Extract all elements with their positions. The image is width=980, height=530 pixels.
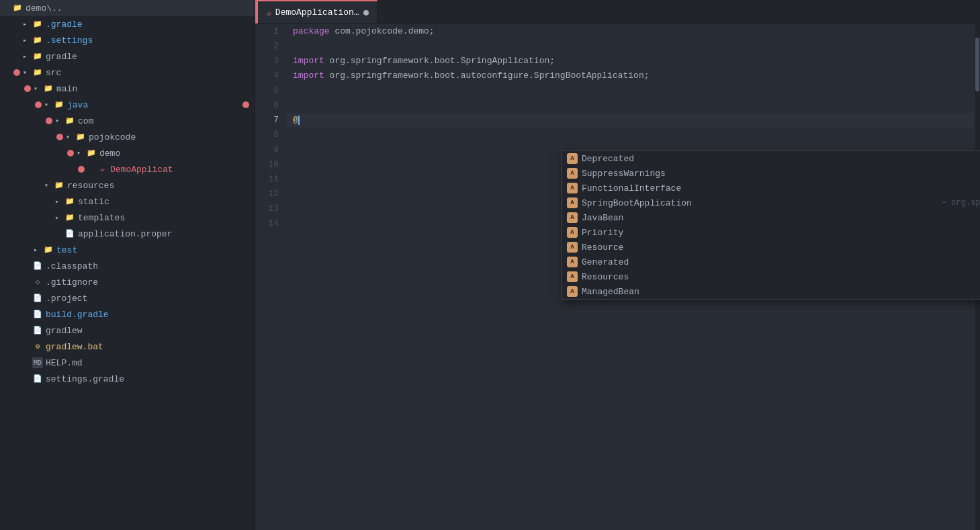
ac-icon-springbootapplication: A xyxy=(567,197,578,208)
tab-demo-application[interactable]: ☕ DemoApplication… xyxy=(258,0,377,24)
code-line-7: @ xyxy=(287,113,975,128)
sidebar-item-static[interactable]: 📁 static xyxy=(0,193,255,210)
sidebar-item-project[interactable]: 📄 .project xyxy=(0,290,255,306)
sidebar-item-com[interactable]: 📁 com xyxy=(0,113,255,129)
tab-modified-indicator xyxy=(363,10,369,15)
ac-item-deprecated[interactable]: A Deprecated – java.lang [LSP] xyxy=(562,151,980,166)
ac-item-functionalinterface[interactable]: A FunctionalInterface – java.lang [LSP] xyxy=(562,181,980,195)
root-folder: 📁 demo\.. xyxy=(0,0,255,16)
sidebar-item-main[interactable]: 📁 main xyxy=(0,81,255,97)
sidebar-item-java[interactable]: 📁 java xyxy=(0,97,255,113)
sidebar-item-pojokcode[interactable]: 📁 pojokcode xyxy=(0,129,255,145)
sidebar-item-demo[interactable]: 📁 demo xyxy=(0,145,255,161)
sidebar-item-classpath[interactable]: 📄 .classpath xyxy=(0,258,255,274)
code-line-6 xyxy=(287,98,975,113)
sidebar-item-settings[interactable]: 📁 .settings xyxy=(0,32,255,48)
sidebar-item-templates[interactable]: 📁 templates xyxy=(0,210,255,226)
sidebar-item-gradlew-bat[interactable]: ⚙ gradlew.bat xyxy=(0,339,255,355)
tab-label: DemoApplication… xyxy=(275,7,359,17)
sidebar-item-src[interactable]: 📁 src xyxy=(0,64,255,81)
sidebar-item-test[interactable]: 📁 test xyxy=(0,242,255,258)
ac-icon-generated: A xyxy=(567,257,578,267)
ac-item-suppresswarnings[interactable]: A SuppressWarnings – java.lang [LSP] xyxy=(562,166,980,181)
tab-java-icon: ☕ xyxy=(266,7,271,18)
editor-pane: ☕ DemoApplication… 1 2 3 4 5 6 7 8 9 10 … xyxy=(255,0,980,530)
ac-icon-suppresswarnings: A xyxy=(567,168,578,179)
code-line-5 xyxy=(287,83,975,98)
tab-bar: ☕ DemoApplication… xyxy=(255,0,980,24)
cursor xyxy=(298,116,300,125)
code-line-3: import org.springframework.boot.SpringAp… xyxy=(287,54,975,69)
code-line-1: package com.pojokcode.demo; xyxy=(287,24,975,39)
code-line-8 xyxy=(287,128,975,142)
sidebar-item-settings-gradle[interactable]: 📄 settings.gradle xyxy=(0,371,255,387)
sidebar-item-help-md[interactable]: MD HELP.md xyxy=(0,355,255,371)
line-numbers: 1 2 3 4 5 6 7 8 9 10 11 12 13 14 xyxy=(255,24,287,530)
ac-item-resources[interactable]: A Resources – javax.annotation~ [LSP] xyxy=(562,269,980,284)
sidebar-item-resources[interactable]: 📁 resources xyxy=(0,177,255,193)
ac-icon-javabean: A xyxy=(567,212,578,223)
sidebar-item-gitignore[interactable]: ◇ .gitignore xyxy=(0,274,255,290)
ac-icon-functionalinterface: A xyxy=(567,183,578,193)
sidebar-item-gradle[interactable]: 📁 gradle xyxy=(0,48,255,64)
sidebar-item-gradle-hidden[interactable]: 📁 .gradle xyxy=(0,16,255,32)
editor-body: 1 2 3 4 5 6 7 8 9 10 11 12 13 14 package… xyxy=(255,24,980,530)
scrollbar-thumb[interactable] xyxy=(975,38,979,91)
sidebar-item-application-properties[interactable]: 📄 application.proper xyxy=(0,226,255,242)
ac-item-resource[interactable]: A Resource – javax.annotation~ [LSP] xyxy=(562,240,980,255)
sidebar-item-demoapplication[interactable]: ☕ DemoApplicat xyxy=(0,161,255,177)
ac-icon-resource: A xyxy=(567,242,578,253)
ac-icon-resources: A xyxy=(567,271,578,282)
ac-item-managedbean[interactable]: A ManagedBean – javax.annotation~ [LSP] xyxy=(562,284,980,299)
code-line-2 xyxy=(287,39,975,54)
sidebar-item-build-gradle[interactable]: 📄 build.gradle xyxy=(0,306,255,322)
ac-icon-priority: A xyxy=(567,227,578,238)
ac-icon-deprecated: A xyxy=(567,153,578,164)
ac-item-generated[interactable]: A Generated – javax.annotation~ [LSP] xyxy=(562,255,980,269)
ac-item-javabean[interactable]: A JavaBean – java.beans~ [LSP] xyxy=(562,210,980,225)
autocomplete-dropdown[interactable]: A Deprecated – java.lang [LSP] A Suppres… xyxy=(561,150,980,300)
ac-icon-managedbean: A xyxy=(567,286,578,297)
code-line-4: import org.springframework.boot.autoconf… xyxy=(287,69,975,83)
file-tree[interactable]: 📁 demo\.. 📁 .gradle 📁 .settings 📁 gradle… xyxy=(0,0,255,530)
ac-item-springbootapplication[interactable]: A SpringBootApplication – org.springfram… xyxy=(562,195,980,210)
ac-item-priority[interactable]: A Priority – javax.annotation~ [LSP] xyxy=(562,225,980,240)
sidebar-item-gradlew[interactable]: 📄 gradlew xyxy=(0,322,255,339)
